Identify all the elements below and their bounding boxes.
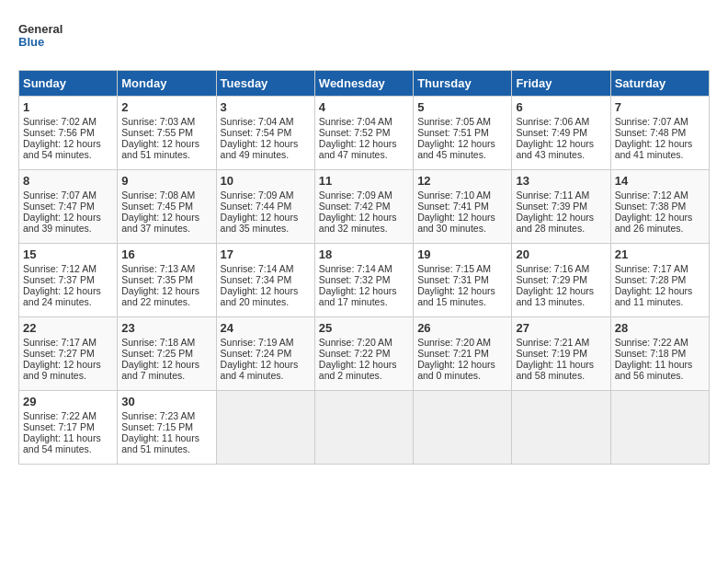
calendar-cell: 30Sunrise: 7:23 AMSunset: 7:15 PMDayligh… xyxy=(118,391,216,465)
cell-text: Sunset: 7:55 PM xyxy=(121,127,193,138)
cell-text: Sunrise: 7:15 AM xyxy=(417,263,491,274)
cell-text: and 0 minutes. xyxy=(417,370,481,381)
cell-text: Daylight: 12 hours xyxy=(319,285,397,296)
cell-text: Sunrise: 7:08 AM xyxy=(121,190,195,201)
cell-text: and 58 minutes. xyxy=(516,370,585,381)
cell-text: Sunset: 7:54 PM xyxy=(221,127,292,138)
cell-text: Sunrise: 7:23 AM xyxy=(121,410,195,421)
cell-text: Daylight: 12 hours xyxy=(516,285,594,296)
cell-text: Sunrise: 7:09 AM xyxy=(319,190,392,201)
day-number: 26 xyxy=(417,321,507,335)
cell-text: Daylight: 11 hours xyxy=(121,432,199,443)
cell-text: Sunset: 7:38 PM xyxy=(615,201,687,212)
cell-text: Sunrise: 7:11 AM xyxy=(516,190,589,201)
cell-text: and 7 minutes. xyxy=(121,370,185,381)
calendar-cell: 27Sunrise: 7:21 AMSunset: 7:19 PMDayligh… xyxy=(512,317,610,391)
day-number: 20 xyxy=(516,247,606,261)
cell-text: Sunrise: 7:06 AM xyxy=(516,116,589,127)
cell-text: Sunset: 7:42 PM xyxy=(319,201,391,212)
cell-text: Daylight: 12 hours xyxy=(23,138,101,149)
cell-text: Sunset: 7:45 PM xyxy=(121,201,193,212)
calendar-cell: 24Sunrise: 7:19 AMSunset: 7:24 PMDayligh… xyxy=(216,317,314,391)
cell-text: Daylight: 12 hours xyxy=(417,359,495,370)
calendar-cell: 12Sunrise: 7:10 AMSunset: 7:41 PMDayligh… xyxy=(414,170,512,244)
calendar-cell: 22Sunrise: 7:17 AMSunset: 7:27 PMDayligh… xyxy=(19,317,118,391)
cell-text: Sunrise: 7:04 AM xyxy=(221,116,294,127)
cell-text: Daylight: 12 hours xyxy=(23,212,101,223)
cell-text: Sunrise: 7:19 AM xyxy=(221,337,294,348)
day-number: 5 xyxy=(417,100,507,114)
cell-text: Daylight: 11 hours xyxy=(615,359,693,370)
cell-text: Sunrise: 7:12 AM xyxy=(23,263,97,274)
cell-text: Daylight: 12 hours xyxy=(121,212,199,223)
day-number: 16 xyxy=(121,247,211,261)
cell-text: Daylight: 12 hours xyxy=(121,285,199,296)
cell-text: Daylight: 12 hours xyxy=(221,138,299,149)
cell-text: and 56 minutes. xyxy=(615,370,684,381)
cell-text: Sunrise: 7:21 AM xyxy=(516,337,589,348)
day-number: 28 xyxy=(615,321,705,335)
calendar-cell: 25Sunrise: 7:20 AMSunset: 7:22 PMDayligh… xyxy=(314,317,413,391)
calendar-cell: 14Sunrise: 7:12 AMSunset: 7:38 PMDayligh… xyxy=(610,170,709,244)
cell-text: and 26 minutes. xyxy=(615,223,684,234)
cell-text: and 9 minutes. xyxy=(23,370,86,381)
cell-text: Sunrise: 7:13 AM xyxy=(121,263,195,274)
cell-text: Daylight: 12 hours xyxy=(319,138,397,149)
cell-text: and 4 minutes. xyxy=(221,370,284,381)
day-number: 19 xyxy=(417,247,507,261)
cell-text: Sunrise: 7:07 AM xyxy=(615,116,688,127)
day-number: 17 xyxy=(221,247,311,261)
cell-text: Sunrise: 7:14 AM xyxy=(319,263,392,274)
col-header-monday: Monday xyxy=(118,71,216,97)
cell-text: Sunset: 7:49 PM xyxy=(516,127,587,138)
day-number: 21 xyxy=(615,247,705,261)
cell-text: Daylight: 12 hours xyxy=(221,285,299,296)
calendar-cell: 20Sunrise: 7:16 AMSunset: 7:29 PMDayligh… xyxy=(512,244,610,317)
day-number: 22 xyxy=(23,321,113,335)
cell-text: and 35 minutes. xyxy=(221,223,290,234)
cell-text: and 11 minutes. xyxy=(615,296,684,307)
cell-text: Daylight: 12 hours xyxy=(417,138,495,149)
cell-text: Sunset: 7:24 PM xyxy=(221,348,292,359)
calendar-cell: 15Sunrise: 7:12 AMSunset: 7:37 PMDayligh… xyxy=(19,244,118,317)
cell-text: Daylight: 12 hours xyxy=(319,212,397,223)
day-number: 12 xyxy=(417,174,507,188)
cell-text: Sunrise: 7:07 AM xyxy=(23,190,97,201)
day-number: 15 xyxy=(23,247,113,261)
cell-text: Sunrise: 7:17 AM xyxy=(23,337,97,348)
cell-text: Sunset: 7:15 PM xyxy=(121,421,193,432)
cell-text: Sunset: 7:32 PM xyxy=(319,274,391,285)
calendar-cell xyxy=(512,391,610,465)
cell-text: Daylight: 12 hours xyxy=(516,138,594,149)
day-number: 1 xyxy=(23,100,113,114)
cell-text: Sunrise: 7:12 AM xyxy=(615,190,688,201)
svg-text:Blue: Blue xyxy=(18,35,44,49)
cell-text: and 39 minutes. xyxy=(23,223,92,234)
calendar-cell: 9Sunrise: 7:08 AMSunset: 7:45 PMDaylight… xyxy=(118,170,216,244)
calendar-cell: 8Sunrise: 7:07 AMSunset: 7:47 PMDaylight… xyxy=(19,170,118,244)
cell-text: Sunrise: 7:05 AM xyxy=(417,116,491,127)
cell-text: and 30 minutes. xyxy=(417,223,486,234)
cell-text: Sunset: 7:47 PM xyxy=(23,201,95,212)
day-number: 13 xyxy=(516,174,606,188)
cell-text: and 13 minutes. xyxy=(516,296,585,307)
cell-text: Sunrise: 7:22 AM xyxy=(615,337,688,348)
cell-text: Sunrise: 7:17 AM xyxy=(615,263,688,274)
cell-text: Daylight: 12 hours xyxy=(417,285,495,296)
calendar-cell: 10Sunrise: 7:09 AMSunset: 7:44 PMDayligh… xyxy=(216,170,314,244)
cell-text: Sunset: 7:51 PM xyxy=(417,127,489,138)
svg-marker-2 xyxy=(66,24,74,31)
calendar-cell: 16Sunrise: 7:13 AMSunset: 7:35 PMDayligh… xyxy=(118,244,216,317)
cell-text: Daylight: 11 hours xyxy=(516,359,594,370)
col-header-sunday: Sunday xyxy=(19,71,118,97)
cell-text: Sunrise: 7:18 AM xyxy=(121,337,195,348)
calendar-cell: 23Sunrise: 7:18 AMSunset: 7:25 PMDayligh… xyxy=(118,317,216,391)
day-number: 4 xyxy=(319,100,409,114)
cell-text: Daylight: 12 hours xyxy=(121,359,199,370)
cell-text: and 54 minutes. xyxy=(23,443,92,454)
cell-text: Sunset: 7:56 PM xyxy=(23,127,95,138)
cell-text: and 20 minutes. xyxy=(221,296,290,307)
cell-text: Sunset: 7:37 PM xyxy=(23,274,95,285)
day-number: 9 xyxy=(121,174,211,188)
day-number: 23 xyxy=(121,321,211,335)
